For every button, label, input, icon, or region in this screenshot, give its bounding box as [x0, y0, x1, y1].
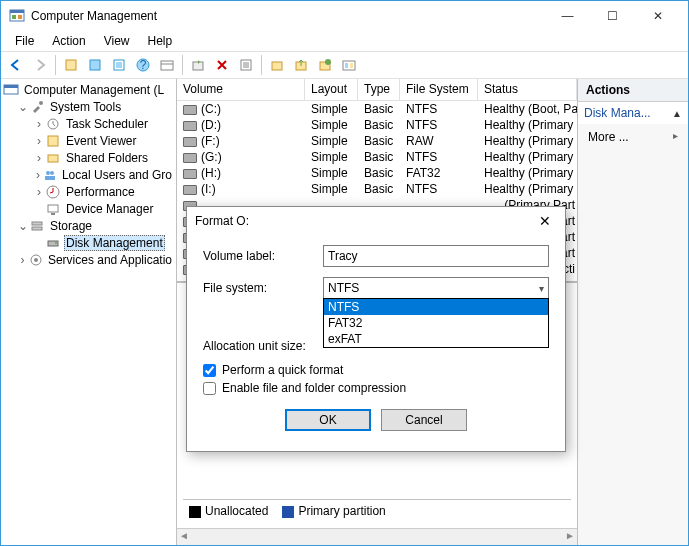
table-row[interactable]: (G:) Simple Basic NTFS Healthy (Primary …: [177, 149, 577, 165]
menubar: File Action View Help: [1, 31, 688, 51]
tree-local-users[interactable]: › Local Users and Gro: [3, 166, 174, 183]
col-filesystem[interactable]: File System: [400, 79, 478, 100]
actions-more-link[interactable]: More ... ▸: [578, 124, 688, 150]
svg-point-39: [55, 242, 57, 244]
app-icon: [9, 8, 25, 24]
svg-text:?: ?: [140, 58, 147, 72]
svg-rect-5: [90, 60, 100, 70]
volume-icon: [183, 105, 197, 115]
cancel-button[interactable]: Cancel: [381, 409, 467, 431]
actions-pane: Actions Disk Mana... ▲ More ... ▸: [578, 79, 688, 545]
tb-icon-9[interactable]: [266, 54, 288, 76]
col-type[interactable]: Type: [358, 79, 400, 100]
close-button[interactable]: ✕: [635, 1, 680, 31]
filesystem-combo[interactable]: NTFS ▾ NTFSFAT32exFAT: [323, 277, 549, 299]
volume-label-label: Volume label:: [203, 249, 323, 263]
filesystem-dropdown-list: NTFSFAT32exFAT: [323, 298, 549, 348]
toolbar: ?: [1, 51, 688, 79]
filesystem-option[interactable]: FAT32: [324, 315, 548, 331]
chevron-right-icon[interactable]: ›: [17, 253, 28, 267]
tree-event-viewer[interactable]: › Event Viewer: [3, 132, 174, 149]
table-row[interactable]: (I:) Simple Basic NTFS Healthy (Primary …: [177, 181, 577, 197]
col-layout[interactable]: Layout: [305, 79, 358, 100]
tb-icon-2[interactable]: [84, 54, 106, 76]
quick-format-label: Perform a quick format: [222, 363, 343, 377]
forward-button[interactable]: [29, 54, 51, 76]
chevron-down-icon[interactable]: ⌄: [17, 100, 29, 114]
dialog-titlebar: Format O: ✕: [187, 207, 565, 235]
filesystem-option[interactable]: NTFS: [324, 299, 548, 315]
tb-refresh-icon[interactable]: [187, 54, 209, 76]
col-status[interactable]: Status: [478, 79, 577, 100]
chevron-right-icon[interactable]: ›: [33, 168, 43, 182]
tb-icon-1[interactable]: [60, 54, 82, 76]
tb-properties-icon[interactable]: [235, 54, 257, 76]
tb-icon-10[interactable]: [290, 54, 312, 76]
table-row[interactable]: (H:) Simple Basic FAT32 Healthy (Primary…: [177, 165, 577, 181]
chevron-right-icon[interactable]: ›: [33, 117, 45, 131]
tb-icon-5[interactable]: [156, 54, 178, 76]
tb-delete-icon[interactable]: [211, 54, 233, 76]
dialog-title: Format O:: [195, 214, 533, 228]
svg-rect-37: [32, 227, 42, 230]
format-dialog: Format O: ✕ Volume label: File system: N…: [186, 206, 566, 452]
menu-view[interactable]: View: [96, 32, 138, 50]
svg-point-26: [39, 101, 43, 105]
minimize-button[interactable]: —: [545, 1, 590, 31]
chevron-right-icon: ▸: [673, 130, 678, 141]
svg-rect-28: [48, 136, 58, 146]
svg-rect-34: [48, 205, 58, 212]
volume-table-body: (C:) Simple Basic NTFS Healthy (Boot, Pa…: [177, 101, 577, 197]
tree-root[interactable]: Computer Management (L: [3, 81, 174, 98]
compression-label: Enable file and folder compression: [222, 381, 406, 395]
actions-header: Actions: [578, 79, 688, 102]
tb-icon-11[interactable]: [314, 54, 336, 76]
tree-shared-folders[interactable]: › Shared Folders: [3, 149, 174, 166]
tools-icon: [29, 99, 45, 115]
chevron-right-icon[interactable]: ›: [33, 134, 45, 148]
filesystem-option[interactable]: exFAT: [324, 331, 548, 347]
horizontal-scrollbar[interactable]: [177, 528, 577, 545]
legend-swatch-primary: [282, 506, 294, 518]
tree-device-manager[interactable]: Device Manager: [3, 200, 174, 217]
collapse-arrow-icon[interactable]: ▲: [672, 108, 682, 119]
svg-rect-32: [45, 176, 55, 180]
chevron-right-icon[interactable]: ›: [33, 185, 45, 199]
tb-icon-12[interactable]: [338, 54, 360, 76]
ok-button[interactable]: OK: [285, 409, 371, 431]
table-row[interactable]: (C:) Simple Basic NTFS Healthy (Boot, Pa…: [177, 101, 577, 117]
tb-help-icon[interactable]: ?: [132, 54, 154, 76]
dialog-close-button[interactable]: ✕: [533, 213, 557, 229]
performance-icon: [45, 184, 61, 200]
back-button[interactable]: [5, 54, 27, 76]
tb-icon-3[interactable]: [108, 54, 130, 76]
tree-disk-management[interactable]: Disk Management: [3, 234, 174, 251]
svg-rect-23: [350, 63, 353, 68]
tree-system-tools[interactable]: ⌄ System Tools: [3, 98, 174, 115]
quick-format-checkbox[interactable]: [203, 364, 216, 377]
svg-rect-7: [116, 62, 122, 68]
table-row[interactable]: (F:) Simple Basic RAW Healthy (Primary P…: [177, 133, 577, 149]
actions-section-title[interactable]: Disk Mana... ▲: [578, 102, 688, 124]
filesystem-label: File system:: [203, 281, 323, 295]
volume-icon: [183, 137, 197, 147]
menu-action[interactable]: Action: [44, 32, 93, 50]
tree-performance[interactable]: › Performance: [3, 183, 174, 200]
maximize-button[interactable]: ☐: [590, 1, 635, 31]
col-volume[interactable]: Volume: [177, 79, 305, 100]
menu-file[interactable]: File: [7, 32, 42, 50]
volume-label-input[interactable]: [323, 245, 549, 267]
menu-help[interactable]: Help: [140, 32, 181, 50]
allocation-label: Allocation unit size:: [203, 339, 323, 353]
compression-checkbox[interactable]: [203, 382, 216, 395]
legend-swatch-unallocated: [189, 506, 201, 518]
table-row[interactable]: (D:) Simple Basic NTFS Healthy (Primary …: [177, 117, 577, 133]
chevron-right-icon[interactable]: ›: [33, 151, 45, 165]
tree-pane: Computer Management (L ⌄ System Tools › …: [1, 79, 177, 545]
legend: Unallocated Primary partition: [183, 499, 571, 522]
volume-icon: [183, 169, 197, 179]
tree-services[interactable]: › Services and Applicatio: [3, 251, 174, 268]
tree-task-scheduler[interactable]: › Task Scheduler: [3, 115, 174, 132]
chevron-down-icon[interactable]: ⌄: [17, 219, 29, 233]
tree-storage[interactable]: ⌄ Storage: [3, 217, 174, 234]
